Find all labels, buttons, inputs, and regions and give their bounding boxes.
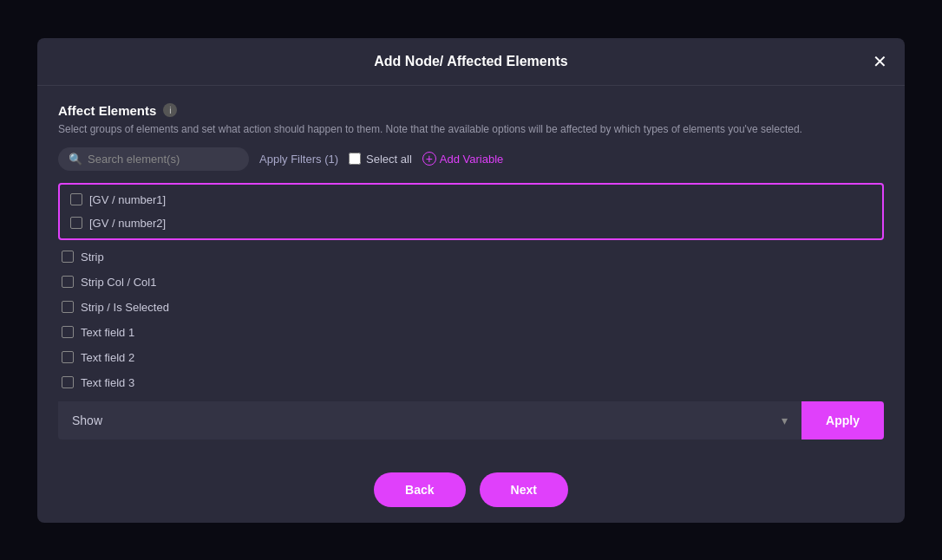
gv1-label: [GV / number1] bbox=[89, 193, 166, 206]
info-icon[interactable]: i bbox=[163, 103, 177, 117]
textfield2-checkbox[interactable] bbox=[62, 351, 74, 363]
show-select[interactable]: Show bbox=[58, 401, 801, 440]
strip-label: Strip bbox=[81, 251, 104, 264]
stripcol1-checkbox[interactable] bbox=[62, 276, 74, 288]
textfield2-label: Text field 2 bbox=[81, 351, 134, 364]
modal-header: Add Node/ Affected Elements ✕ bbox=[37, 38, 905, 86]
search-box: 🔍 bbox=[58, 147, 249, 171]
modal-title: Add Node/ Affected Elements bbox=[374, 54, 567, 69]
list-item[interactable]: Text field 1 bbox=[58, 321, 884, 344]
plus-icon: + bbox=[422, 152, 436, 166]
toolbar: 🔍 Apply Filters (1) Select all + Add Var… bbox=[58, 147, 884, 171]
list-item[interactable]: Strip / Is Selected bbox=[58, 296, 884, 319]
stripselected-checkbox[interactable] bbox=[62, 301, 74, 313]
select-all-checkbox[interactable] bbox=[349, 153, 361, 165]
list-item[interactable]: Text field 3 bbox=[58, 371, 884, 394]
list-item[interactable]: Strip bbox=[58, 245, 884, 269]
apply-filters-button[interactable]: Apply Filters (1) bbox=[259, 153, 338, 166]
grouped-elements: [GV / number1] [GV / number2] bbox=[58, 183, 884, 240]
modal-overlay: Add Node/ Affected Elements ✕ Affect Ele… bbox=[0, 0, 942, 560]
section-title: Affect Elements bbox=[58, 103, 156, 118]
action-bar: Show ▾ Apply bbox=[58, 401, 884, 440]
gv1-checkbox[interactable] bbox=[70, 193, 82, 205]
search-icon: 🔍 bbox=[69, 153, 82, 166]
list-item[interactable]: [GV / number2] bbox=[67, 212, 875, 235]
list-item[interactable]: Text field 2 bbox=[58, 346, 884, 369]
apply-button[interactable]: Apply bbox=[801, 401, 884, 440]
add-variable-label: Add Variable bbox=[440, 153, 503, 166]
textfield1-checkbox[interactable] bbox=[62, 326, 74, 338]
textfield3-checkbox[interactable] bbox=[62, 376, 74, 388]
show-select-wrapper: Show ▾ bbox=[58, 401, 801, 440]
textfield1-label: Text field 1 bbox=[81, 326, 134, 339]
add-variable-button[interactable]: + Add Variable bbox=[422, 152, 503, 166]
select-all-label: Select all bbox=[366, 153, 412, 166]
gv2-label: [GV / number2] bbox=[89, 217, 166, 230]
modal-body: Affect Elements i Select groups of eleme… bbox=[37, 86, 905, 457]
strip-checkbox[interactable] bbox=[62, 251, 74, 263]
elements-list: [GV / number1] [GV / number2] Strip Stri… bbox=[58, 183, 884, 394]
back-button[interactable]: Back bbox=[374, 472, 465, 507]
textfield3-label: Text field 3 bbox=[81, 376, 134, 389]
list-item[interactable]: [GV / number1] bbox=[67, 188, 875, 212]
modal: Add Node/ Affected Elements ✕ Affect Ele… bbox=[37, 38, 905, 523]
section-title-row: Affect Elements i bbox=[58, 103, 884, 118]
stripcol1-label: Strip Col / Col1 bbox=[81, 276, 156, 289]
section-description: Select groups of elements and set what a… bbox=[58, 123, 884, 135]
search-input[interactable] bbox=[88, 153, 239, 166]
stripselected-label: Strip / Is Selected bbox=[81, 301, 169, 314]
close-button[interactable]: ✕ bbox=[873, 53, 887, 70]
modal-footer: Back Next bbox=[37, 457, 905, 523]
next-button[interactable]: Next bbox=[480, 472, 568, 507]
select-all-container[interactable]: Select all bbox=[349, 153, 412, 166]
list-item[interactable]: Strip Col / Col1 bbox=[58, 270, 884, 294]
gv2-checkbox[interactable] bbox=[70, 217, 82, 229]
